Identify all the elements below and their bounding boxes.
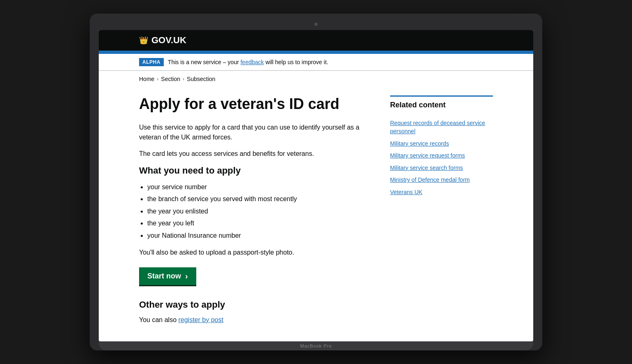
alpha-tag: ALPHA	[139, 58, 164, 66]
related-content-heading: Related content	[390, 95, 493, 114]
list-item: your National Insurance number	[147, 230, 365, 241]
related-link-veterans-uk[interactable]: Veterans UK	[390, 189, 423, 195]
breadcrumb-subsection-link[interactable]: Subsection	[187, 76, 215, 82]
breadcrumb-home: Home	[139, 76, 154, 82]
breadcrumb-home-link[interactable]: Home	[139, 76, 154, 82]
related-link-item: Military service records	[390, 140, 493, 148]
list-item: the year you left	[147, 218, 365, 229]
register-by-post-link[interactable]: register by post	[178, 316, 223, 323]
related-link-search-forms[interactable]: Military service search forms	[390, 165, 463, 171]
related-link-item: Military service search forms	[390, 164, 493, 172]
alpha-banner-text: This is a new service – your feedback wi…	[168, 59, 328, 65]
start-arrow-icon: ›	[185, 271, 188, 281]
list-item: the year you enlisted	[147, 206, 365, 217]
laptop-base: MacBook Pro	[99, 341, 533, 350]
breadcrumb-subsection: Subsection	[187, 76, 215, 82]
content-primary: Apply for a veteran's ID card Use this s…	[139, 95, 365, 325]
alpha-banner: ALPHA This is a new service – your feedb…	[99, 54, 533, 71]
list-item: the branch of service you served with mo…	[147, 194, 365, 204]
laptop-frame: 👑 GOV.UK ALPHA This is a new service – y…	[90, 14, 542, 350]
start-button-label: Start now	[147, 272, 181, 281]
related-links-list: Request records of deceased service pers…	[390, 119, 493, 196]
breadcrumb-section-link[interactable]: Section	[161, 76, 180, 82]
related-link-item: Request records of deceased service pers…	[390, 119, 493, 135]
govuk-logo-link[interactable]: 👑 GOV.UK	[139, 35, 186, 46]
laptop-screen: 👑 GOV.UK ALPHA This is a new service – y…	[99, 30, 533, 341]
related-link-request-forms[interactable]: Military service request forms	[390, 152, 465, 159]
requirements-list: your service number the branch of servic…	[147, 182, 365, 241]
related-link-medal-form[interactable]: Ministry of Defence medal form	[390, 176, 470, 183]
related-link-item: Ministry of Defence medal form	[390, 176, 493, 184]
laptop-base-label: MacBook Pro	[300, 343, 332, 348]
other-ways-text: You can also register by post	[139, 315, 365, 325]
intro-paragraph-1: Use this service to apply for a card tha…	[139, 123, 365, 142]
laptop-camera	[314, 23, 318, 26]
related-content-sidebar: Related content Request records of decea…	[390, 95, 493, 325]
related-link-deceased[interactable]: Request records of deceased service pers…	[390, 120, 485, 134]
related-link-item: Military service request forms	[390, 152, 493, 160]
upload-text: You'll also be asked to upload a passpor…	[139, 248, 365, 257]
intro-paragraph-2: The card lets you access services and be…	[139, 149, 365, 159]
govuk-header-title: GOV.UK	[151, 35, 186, 46]
page-title: Apply for a veteran's ID card	[139, 95, 365, 112]
start-now-button[interactable]: Start now ›	[139, 267, 196, 286]
breadcrumb-section: Section	[161, 76, 180, 82]
feedback-link[interactable]: feedback	[240, 59, 264, 65]
breadcrumb: Home › Section › Subsection	[131, 71, 501, 87]
main-content: Apply for a veteran's ID card Use this s…	[131, 87, 501, 341]
govuk-header: 👑 GOV.UK	[99, 30, 533, 51]
blue-banner	[99, 51, 533, 54]
other-ways-heading: Other ways to apply	[139, 299, 365, 310]
crown-icon: 👑	[139, 36, 148, 45]
related-link-item: Veterans UK	[390, 188, 493, 197]
list-item: your service number	[147, 182, 365, 192]
related-link-service-records[interactable]: Military service records	[390, 140, 449, 147]
what-you-need-heading: What you need to apply	[139, 165, 365, 176]
